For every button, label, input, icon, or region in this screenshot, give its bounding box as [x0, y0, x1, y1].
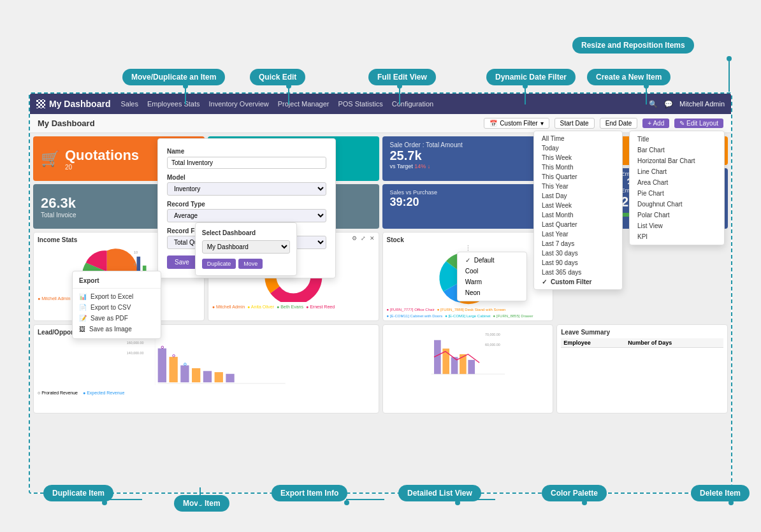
start-date-btn[interactable]: Start Date: [554, 118, 595, 129]
record-type-label: Record Type: [167, 201, 326, 208]
user-name[interactable]: Mitchell Admin: [679, 100, 725, 108]
color-warm[interactable]: Warm: [458, 277, 526, 287]
ct-line[interactable]: Line Chart: [630, 166, 724, 177]
save-image[interactable]: 🖼Save as Image: [73, 324, 161, 334]
annotation-quick-edit: Quick Edit: [250, 69, 305, 85]
export-csv[interactable]: 📄Export to CSV: [73, 302, 161, 313]
close-icon[interactable]: ✕: [368, 234, 376, 242]
quotations-count: 20: [65, 164, 139, 171]
end-date-btn[interactable]: End Date: [600, 118, 638, 129]
ct-kpi[interactable]: KPI: [630, 231, 724, 242]
settings-icon[interactable]: ⚙: [351, 234, 358, 242]
df-last-30[interactable]: Last 30 days: [534, 248, 622, 258]
annotation-move-duplicate: Move/Duplicate an Item: [122, 69, 225, 85]
df-custom[interactable]: Custom Filter: [534, 277, 622, 287]
nav-inventory[interactable]: Inventory Overview: [209, 100, 269, 108]
color-palette-dropdown: Default Cool Warm Neon: [457, 252, 527, 301]
annotation-list-view: Detailed List View: [398, 485, 481, 501]
sl-ecom11: ● [E-COM11] Cabinet with Doors: [387, 314, 443, 318]
add-btn[interactable]: + Add: [642, 119, 669, 128]
df-last-365[interactable]: Last 365 days: [534, 268, 622, 277]
annotation-create-new: Create a New Item: [587, 69, 670, 85]
df-today[interactable]: Today: [534, 143, 622, 153]
chart-type-dropdown: Title Bar Chart Horizontal Bar Chart Lin…: [629, 131, 725, 245]
ll-ernest: ● Ernest Reed: [306, 305, 335, 309]
annotation-full-edit: Full Edit View: [368, 69, 436, 85]
df-last-quarter[interactable]: Last Quarter: [534, 220, 622, 229]
ct-area[interactable]: Area Chart: [630, 177, 724, 188]
sl-furn7888: ● [FURN_7888] Desk Stand with Screen: [437, 308, 506, 312]
record-type-group: Record Type Average: [167, 201, 326, 222]
save-pdf[interactable]: 📝Save as PDF: [73, 313, 161, 324]
date-filter-dropdown: All Time Today This Week This Month This…: [533, 131, 623, 290]
ct-polar[interactable]: Polar Chart: [630, 210, 724, 220]
save-button[interactable]: Save: [167, 255, 197, 269]
ct-doughnut[interactable]: Doughnut Chart: [630, 199, 724, 210]
select-dash-title: Select Dashboard: [202, 229, 290, 236]
color-default[interactable]: Default: [458, 255, 526, 266]
df-all-time[interactable]: All Time: [534, 134, 622, 143]
nav-config[interactable]: Configuration: [392, 100, 433, 108]
ll-beth: ● Beth Evans: [277, 305, 303, 309]
record-type-select[interactable]: Average: [167, 209, 326, 222]
nav-employees[interactable]: Employees Stats: [147, 100, 200, 108]
sale-order-card: Sale Order : Total Amount 25.7k vs Targe…: [382, 136, 554, 181]
df-last-7[interactable]: Last 7 days: [534, 239, 622, 248]
df-last-90[interactable]: Last 90 days: [534, 258, 622, 268]
svg-text:10: 10: [134, 250, 138, 254]
sales-vs-card: Sales vs Purchase 39:20 🔔: [382, 184, 554, 229]
leave-toolbar: ⚙ ⤢ ✕: [351, 234, 376, 242]
model-select[interactable]: Inventory: [167, 182, 326, 196]
ct-title[interactable]: Title: [630, 134, 724, 145]
ll-mitchell: ● Mitchell Admin: [212, 305, 245, 309]
annotation-dynamic-date: Dynamic Date Filter: [486, 69, 576, 85]
search-icon[interactable]: 🔍: [649, 100, 658, 108]
export-dropdown: Export 📊Export to Excel 📄Export to CSV 📝…: [72, 271, 161, 339]
message-icon[interactable]: 💬: [664, 100, 673, 108]
legend-mitchell: ● Mitchell Admin: [38, 296, 70, 301]
leave-col-days: Number of Days: [625, 338, 723, 348]
df-last-month[interactable]: Last Month: [534, 210, 622, 220]
sl-furn7777: ● [FURN_7777] Office Chair: [387, 308, 435, 312]
nav-sales[interactable]: Sales: [120, 100, 138, 108]
export-title: Export: [73, 275, 161, 289]
leave-summary-table-panel: Leave Summary Employee Number of Days: [556, 324, 728, 413]
sales-vs-title: Sales vs Purchase: [390, 189, 546, 196]
df-this-year[interactable]: This Year: [534, 182, 622, 191]
name-input[interactable]: [167, 157, 326, 169]
df-this-quarter[interactable]: This Quarter: [534, 172, 622, 182]
middle-bottom-panel: 70,000.00 60,000.00: [382, 324, 554, 413]
svg-rect-22: [192, 368, 200, 382]
export-excel[interactable]: 📊Export to Excel: [73, 291, 161, 302]
svg-rect-36: [468, 360, 475, 374]
svg-rect-21: [180, 365, 189, 382]
duplicate-btn[interactable]: Duplicate: [202, 259, 236, 269]
dashboard-select[interactable]: My Dashboard: [202, 240, 290, 254]
df-last-year[interactable]: Last Year: [534, 229, 622, 239]
svg-text:60,000.00: 60,000.00: [485, 343, 500, 347]
df-last-week[interactable]: Last Week: [534, 201, 622, 210]
leave-col-employee: Employee: [561, 338, 625, 348]
color-neon[interactable]: Neon: [458, 287, 526, 298]
sale-order-value: 25.7k: [390, 148, 546, 163]
middle-chart: 70,000.00 60,000.00: [387, 329, 549, 380]
df-last-day[interactable]: Last Day: [534, 191, 622, 201]
svg-rect-25: [226, 374, 234, 382]
nav-pos[interactable]: POS Statistics: [338, 100, 382, 108]
ct-hbar[interactable]: Horizontal Bar Chart: [630, 155, 724, 166]
ct-list[interactable]: List View: [630, 220, 724, 231]
leave-summary-table-title: Leave Summary: [561, 329, 723, 336]
edit-layout-btn[interactable]: ✎ Edit Layout: [674, 119, 723, 128]
df-this-week[interactable]: This Week: [534, 153, 622, 162]
ct-pie[interactable]: Pie Chart: [630, 188, 724, 199]
df-this-month[interactable]: This Month: [534, 162, 622, 172]
nav-project[interactable]: Project Manager: [278, 100, 330, 108]
custom-filter-btn[interactable]: 📅 Custom Filter ▾: [484, 118, 549, 129]
ct-bar[interactable]: Bar Chart: [630, 145, 724, 155]
ll-prorated: ○ Prorated Revenue: [38, 391, 78, 395]
annotation-duplicate: Duplicate Item: [43, 485, 113, 501]
color-cool[interactable]: Cool: [458, 266, 526, 277]
dash-controls: 📅 Custom Filter ▾ Start Date End Date + …: [484, 118, 723, 129]
move-btn[interactable]: Move: [238, 259, 263, 269]
resize-icon[interactable]: ⤢: [359, 234, 367, 242]
